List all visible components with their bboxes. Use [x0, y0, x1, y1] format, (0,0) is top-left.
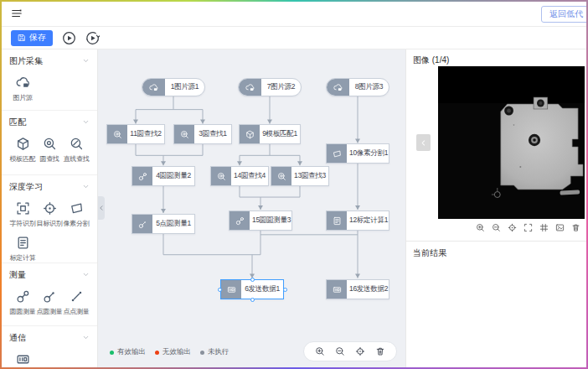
menu-icon[interactable]: [10, 8, 23, 21]
flow-node-label: 1图片源1: [165, 79, 204, 96]
run-once-button[interactable]: [85, 31, 100, 45]
flow-node[interactable]: 8图片源3: [326, 78, 389, 96]
flow-node[interactable]: 10像素分割1: [326, 143, 389, 164]
sidebar-item-template-match[interactable]: 模板匹配: [9, 137, 36, 164]
sidebar-item-measure-cc[interactable]: 圆圆测量: [9, 289, 36, 316]
flow-node-label: 4圆圆测量2: [152, 167, 194, 185]
trash-icon[interactable]: [375, 346, 385, 356]
ocr-icon: [16, 201, 30, 216]
sidebar-item-circle-find[interactable]: 圆查找: [36, 137, 63, 164]
play-icon: [62, 31, 76, 45]
inspection-image[interactable]: [438, 66, 585, 219]
section-title: 测量: [9, 269, 26, 281]
save-icon: [18, 34, 26, 42]
sidebar-item-pixel-seg[interactable]: 像素分割: [63, 201, 90, 228]
zoom-out-icon[interactable]: [492, 223, 501, 232]
chevron-down-icon: [82, 271, 90, 280]
save-label: 保存: [29, 32, 46, 44]
back-to-lowcode-button[interactable]: 返回低代: [541, 6, 586, 23]
line-find-icon: [70, 137, 84, 151]
flow-node[interactable]: 12标定计算1: [326, 210, 389, 231]
sidebar-item-calib-calc[interactable]: 标定计算: [9, 236, 36, 262]
flow-node[interactable]: 7图片源2: [238, 78, 302, 96]
calib-calc-icon: [327, 211, 347, 230]
fullscreen-icon[interactable]: [524, 223, 533, 232]
flow-node[interactable]: 6发送数据1: [220, 279, 284, 299]
prev-image-button[interactable]: [416, 134, 431, 151]
trash-icon[interactable]: [571, 223, 580, 232]
sidebar-item-measure-pp[interactable]: 点点测量: [63, 289, 90, 316]
sidebar-item-line-find[interactable]: 直线查找: [63, 137, 90, 164]
image-icon[interactable]: [555, 223, 565, 232]
top-bar: 返回低代: [2, 2, 586, 27]
section-communication: 通信: [2, 326, 97, 367]
play-once-icon: [85, 31, 100, 45]
flow-node[interactable]: 1图片源1: [142, 78, 205, 96]
measure-cc-icon: [230, 211, 250, 230]
node-handle[interactable]: [218, 288, 222, 292]
section-deep-learning: 深度学习 字符识别 目标识别 像素分割: [2, 175, 97, 263]
flow-node-label: 7图片源2: [261, 79, 301, 96]
section-header[interactable]: 图片采集: [9, 55, 90, 67]
calib-calc-icon: [16, 236, 30, 250]
image-source-icon: [239, 79, 261, 96]
sidebar-item-image-source[interactable]: 图片源: [9, 75, 36, 102]
circle-find-icon: [43, 137, 57, 151]
template-match-icon: [240, 125, 260, 143]
chevron-down-icon: [82, 334, 90, 343]
send-data-icon: [16, 352, 30, 366]
legend-dot-notrun: [200, 351, 204, 355]
locate-icon[interactable]: [508, 223, 517, 232]
flow-node[interactable]: 9模板匹配1: [239, 124, 301, 144]
flow-node-label: 8图片源3: [349, 79, 389, 96]
flow-node-label: 14圆查找4: [231, 167, 268, 185]
flow-node-label: 3圆查找1: [194, 125, 231, 143]
flow-node[interactable]: 4圆圆测量2: [132, 166, 195, 186]
zoom-in-icon[interactable]: [476, 223, 485, 232]
section-header[interactable]: 深度学习: [9, 181, 90, 193]
flow-node[interactable]: 15圆圆测量3: [229, 210, 292, 231]
flow-node[interactable]: 5点圆测量1: [132, 214, 195, 234]
sidebar-item-target-detect[interactable]: 目标识别: [36, 201, 63, 228]
pixel-seg-icon: [70, 201, 84, 216]
image-source-icon: [16, 75, 30, 90]
circle-find-icon: [211, 167, 231, 185]
run-button[interactable]: [62, 31, 76, 45]
right-panel: 图像 (1/4): [405, 49, 586, 367]
image-source-icon: [327, 79, 349, 96]
section-image-capture: 图片采集 图片源: [2, 49, 97, 111]
measure-pc-icon: [132, 215, 152, 233]
flow-edges: [98, 49, 405, 367]
sidebar-item-measure-pc[interactable]: 点圆测量: [36, 289, 63, 316]
legend-dot-invalid: [155, 351, 159, 355]
sidebar-item-ocr[interactable]: 字符识别: [9, 201, 36, 228]
flow-node-label: 11圆查找2: [127, 125, 164, 143]
section-header[interactable]: 通信: [9, 332, 90, 344]
send-data-icon: [221, 280, 241, 299]
template-match-icon: [16, 137, 30, 151]
flow-node[interactable]: 13圆查找3: [271, 166, 329, 186]
sidebar-item-send-data[interactable]: [9, 352, 36, 367]
image-source-icon: [142, 79, 165, 96]
node-handle[interactable]: [250, 298, 255, 302]
node-handle[interactable]: [250, 278, 255, 282]
locate-icon[interactable]: [355, 346, 365, 356]
legend-dot-valid: [110, 351, 114, 355]
flow-node[interactable]: 3圆查找1: [173, 124, 232, 144]
zoom-out-icon[interactable]: [335, 346, 345, 356]
node-handle[interactable]: [283, 288, 287, 292]
section-header[interactable]: 测量: [9, 269, 90, 281]
sidebar-collapse-handle[interactable]: [98, 196, 105, 220]
flow-node[interactable]: 14圆查找4: [210, 166, 269, 186]
flow-node-label: 5点圆测量1: [152, 215, 194, 233]
flow-node[interactable]: 16发送数据2: [326, 279, 389, 299]
save-button[interactable]: 保存: [11, 30, 53, 46]
result-panel-title: 当前结果: [406, 241, 586, 265]
flow-node[interactable]: 11圆查找2: [106, 124, 165, 144]
send-data-icon: [327, 280, 347, 299]
grid-icon[interactable]: [539, 223, 549, 232]
section-header[interactable]: 匹配: [9, 117, 90, 128]
measure-pp-icon: [70, 289, 84, 304]
flow-canvas[interactable]: 1图片源17图片源28图片源311圆查找23圆查找19模板匹配110像素分割14…: [98, 49, 405, 367]
zoom-in-icon[interactable]: [315, 346, 325, 356]
